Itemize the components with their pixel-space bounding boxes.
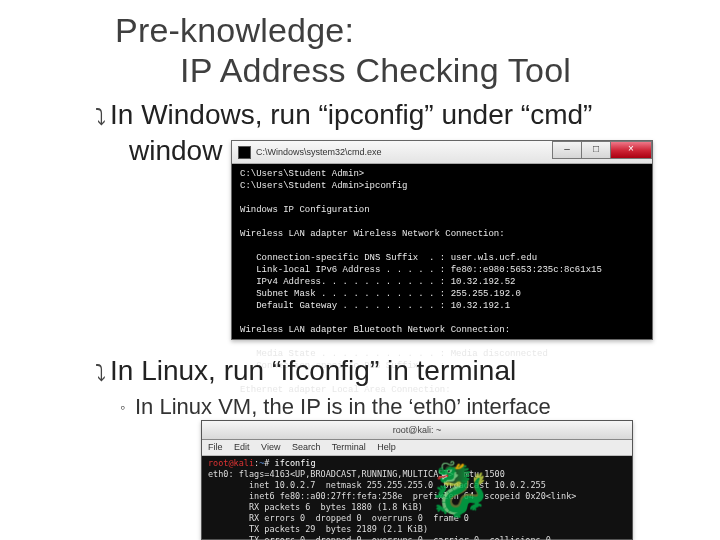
minimize-button[interactable]: – — [552, 141, 582, 159]
bullet-icon: ⤵ — [95, 104, 110, 129]
term-line: RX packets 6 bytes 1880 (1.8 KiB) — [208, 502, 423, 512]
close-button[interactable]: × — [610, 141, 652, 159]
window-controls: – □ × — [553, 141, 652, 159]
cmd-line: Connection-specific DNS Suffix . : user.… — [240, 253, 537, 263]
sub-bullet-icon: ◦ — [120, 399, 135, 415]
term-line: inet6 fe80::a00:27ff:fefa:258e prefixlen… — [208, 491, 576, 501]
maximize-button[interactable]: □ — [581, 141, 611, 159]
menu-search[interactable]: Search — [292, 442, 321, 452]
menu-terminal[interactable]: Terminal — [332, 442, 366, 452]
linux-terminal-window: root@kali: ~ File Edit View Search Termi… — [201, 420, 633, 540]
cmd-line: C:\Users\Student Admin>ipconfig — [240, 181, 407, 191]
cmd-line: C:\Users\Student Admin> — [240, 169, 364, 179]
linux-titlebar: root@kali: ~ — [202, 421, 632, 440]
term-line: TX errors 0 dropped 0 overruns 0 carrier… — [208, 535, 551, 540]
windows-title-text: C:\Windows\system32\cmd.exe — [256, 147, 382, 157]
term-line: eth0: flags=4163<UP,BROADCAST,RUNNING,MU… — [208, 469, 505, 479]
menu-help[interactable]: Help — [377, 442, 396, 452]
prompt-hash: # — [264, 458, 274, 468]
term-line: TX packets 29 bytes 2189 (2.1 KiB) — [208, 524, 428, 534]
prompt-user: root@kali — [208, 458, 254, 468]
cmd-icon — [238, 146, 251, 159]
bullet-linux: ⤵In Linux, run “ifconfig” in terminal — [95, 354, 516, 390]
menu-file[interactable]: File — [208, 442, 223, 452]
bullet-linux-text: In Linux, run “ifconfig” in terminal — [110, 355, 516, 386]
cmd-line: Default Gateway . . . . . . . . . : 10.3… — [240, 301, 510, 311]
linux-title-text: root@kali: ~ — [393, 425, 441, 435]
bullet-windows-line1: In Windows, run “ipconfig” under “cmd” — [110, 99, 592, 130]
windows-titlebar: C:\Windows\system32\cmd.exe – □ × — [232, 141, 652, 164]
cmd-line: Wireless LAN adapter Wireless Network Co… — [240, 229, 505, 239]
menu-edit[interactable]: Edit — [234, 442, 250, 452]
cmd-line: Link-local IPv6 Address . . . . . : fe80… — [240, 265, 602, 275]
title-line-2: IP Address Checking Tool — [115, 50, 571, 90]
term-line: RX errors 0 dropped 0 overruns 0 frame 0 — [208, 513, 469, 523]
terminal-output: 🐉root@kali:~# ifconfig eth0: flags=4163<… — [202, 456, 632, 540]
menu-view[interactable]: View — [261, 442, 280, 452]
sub-bullet-text: In Linux VM, the IP is in the ‘eth0’ int… — [135, 394, 551, 419]
cmd-line: Windows IP Configuration — [240, 205, 370, 215]
cmd-line: IPv4 Address. . . . . . . . . . . : 10.3… — [240, 277, 515, 287]
windows-cmd-window: C:\Windows\system32\cmd.exe – □ × C:\Use… — [231, 140, 653, 340]
term-line: inet 10.0.2.7 netmask 255.255.255.0 broa… — [208, 480, 546, 490]
sub-bullet-linux: ◦In Linux VM, the IP is in the ‘eth0’ in… — [120, 394, 551, 420]
slide: Pre-knowledge: IP Address Checking Tool … — [0, 0, 720, 540]
slide-title: Pre-knowledge: IP Address Checking Tool — [115, 10, 571, 90]
title-line-1: Pre-knowledge: — [115, 10, 571, 50]
cmd-line: Wireless LAN adapter Bluetooth Network C… — [240, 325, 510, 335]
cmd-line: Subnet Mask . . . . . . . . . . . : 255.… — [240, 289, 521, 299]
bullet-icon: ⤵ — [95, 360, 110, 385]
typed-command: ifconfig — [275, 458, 316, 468]
linux-menubar: File Edit View Search Terminal Help — [202, 440, 632, 456]
